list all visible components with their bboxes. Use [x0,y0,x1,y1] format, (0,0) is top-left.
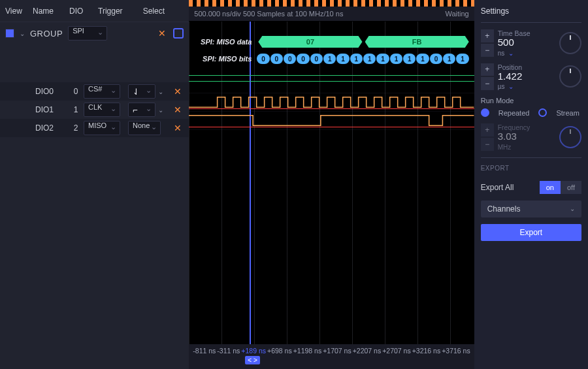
run-mode-section: Run Mode Repeated Stream [481,97,581,117]
decoded-bit: 1 [376,54,389,64]
frequency-value: 3.03 [498,131,555,142]
protocol-select[interactable]: SPI [68,26,107,40]
export-all-toggle[interactable]: on off [540,181,581,194]
dio-index: 1 [68,105,84,114]
signal-select[interactable]: CLK [84,103,120,117]
toggle-on[interactable]: on [540,181,561,194]
delete-channel-button[interactable]: ✕ [172,86,184,97]
frequency-knob[interactable] [559,126,581,148]
wave-miso [189,112,474,130]
dio-index: 2 [68,123,84,133]
dio-row: DIO2 2 MISO None ✕ [0,119,189,137]
time-tick: +1707 ns [323,347,351,355]
timebase-dec-button[interactable]: − [481,44,494,57]
position-knob[interactable] [559,65,581,88]
dio-name: DIO2 [35,123,68,133]
frequency-inc-button[interactable]: + [481,123,494,136]
header-dio[interactable]: DIO [69,7,98,16]
export-button[interactable]: Export [481,224,581,241]
waveform-panel: 500.000 ns/div 500 Samples at 100 MHz/10… [189,0,474,369]
time-tick: -311 ns [217,347,240,355]
select-group-checkbox[interactable] [173,28,184,39]
decode-bits-label: SPI: MISO bits [194,55,257,63]
trigger-select[interactable]: ⌐ [128,103,155,117]
trigger-select[interactable]: None [128,121,161,135]
signal-select[interactable]: CS# [84,84,120,99]
decoded-bit: 0 [310,54,323,64]
decoded-bit: 1 [350,54,363,64]
header-view[interactable]: View [5,7,33,16]
cursor-handle[interactable]: < > [245,356,259,364]
wave-clk [189,93,474,112]
left-panel: View Name DIO Trigger Select ⌄ GROUP SPI… [0,0,189,369]
dio-table: DIO0 0 CS# ⇃ ⌄ ✕ DIO1 1 CLK ⌐ ⌄ ✕ DIO2 2… [0,82,189,137]
decoded-bit: 1 [363,54,376,64]
timebase-control: + − Time Base 500 ns⌄ [481,29,581,57]
status-bar: 500.000 ns/div 500 Samples at 100 MHz/10… [189,7,474,21]
radio-stream[interactable] [538,108,547,117]
delete-group-button[interactable]: ✕ [156,28,168,39]
delete-channel-button[interactable]: ✕ [172,104,184,115]
group-color-swatch[interactable] [5,29,14,38]
sample-info: 500.000 ns/div 500 Samples at 100 MHz/10… [194,10,343,18]
plot-grid [189,22,474,344]
decoded-bit: 1 [403,54,416,64]
position-unit[interactable]: µs [498,83,505,90]
export-header: EXPORT [481,165,581,172]
chevron-down-icon[interactable]: ⌄ [508,83,514,90]
time-tick: +189 ns [241,347,266,355]
decoded-bit: 0 [257,54,269,64]
time-tick: +3216 ns [412,347,441,355]
chevron-down-icon[interactable]: ⌄ [158,88,163,95]
decoded-bit: 0 [297,54,309,64]
time-axis: < > -811 ns-311 ns+189 ns+698 ns+1198 ns… [189,344,474,369]
time-tick: +698 ns [267,347,292,355]
time-tick: +3716 ns [442,347,470,355]
trigger-select[interactable]: ⇃ [128,84,155,99]
header-trigger[interactable]: Trigger [98,7,135,16]
header-name[interactable]: Name [33,7,69,16]
radio-repeated-label: Repeated [498,109,530,117]
timebase-unit[interactable]: ns [498,50,505,57]
decoded-bit: 1 [390,54,402,64]
decoded-bit: 1 [416,54,429,64]
toggle-off[interactable]: off [561,181,581,194]
export-channels-label: Channels [487,204,521,214]
export-all-row: Export All on off [481,181,581,194]
header-select[interactable]: Select [135,7,165,16]
capture-state: Waiting [445,10,468,18]
decoded-bit: 1 [443,54,455,64]
decoded-bit: 1 [323,54,336,64]
timebase-knob[interactable] [559,32,581,54]
radio-repeated[interactable] [481,108,489,117]
falling-edge-icon: ⇃ [133,87,140,97]
activity-strip [189,0,474,7]
chevron-down-icon[interactable]: ⌄ [158,106,163,114]
position-inc-button[interactable]: + [481,63,494,76]
decoded-bit: 0 [284,54,296,64]
position-value[interactable]: 1.422 [498,71,555,82]
timebase-value[interactable]: 500 [498,37,555,48]
dio-name: DIO1 [35,105,68,114]
export-all-label: Export All [481,183,514,192]
position-dec-button[interactable]: − [481,77,494,90]
settings-title: Settings [481,7,581,16]
settings-panel: Settings + − Time Base 500 ns⌄ + − Posit… [474,0,588,369]
export-channels-select[interactable]: Channels ⌄ [481,201,581,217]
chevron-down-icon: ⌄ [570,205,575,212]
dio-index: 0 [68,87,84,96]
chevron-down-icon[interactable]: ⌄ [20,30,25,37]
delete-channel-button[interactable]: ✕ [172,123,184,133]
decoded-bit: 1 [456,54,468,64]
timebase-inc-button[interactable]: + [481,29,494,42]
signal-select[interactable]: MISO [84,121,120,135]
plot-area[interactable]: SPI: MISO data 07FB SPI: MISO bits 00000… [189,21,474,344]
dio-name: DIO0 [35,87,68,96]
column-headers: View Name DIO Trigger Select [0,0,189,22]
decode-data-label: SPI: MISO data [194,38,257,46]
group-row: ⌄ GROUP SPI ✕ [0,22,189,44]
frequency-dec-button[interactable]: − [481,138,494,151]
waveforms [189,75,474,130]
chevron-down-icon[interactable]: ⌄ [508,50,514,57]
time-tick: +2207 ns [353,347,382,355]
